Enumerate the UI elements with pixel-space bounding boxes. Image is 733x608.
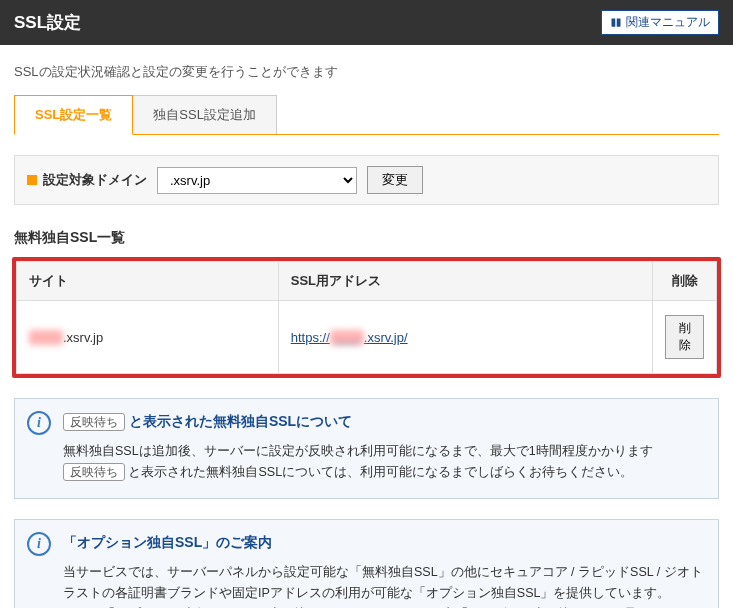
change-button[interactable]: 変更 (367, 166, 423, 194)
col-address: SSL用アドレス (278, 262, 652, 301)
col-delete: 削除 (653, 262, 717, 301)
cell-site: xxxx.xsrv.jp (17, 301, 279, 374)
square-icon (27, 175, 37, 185)
manual-button-label: 関連マニュアル (626, 14, 710, 31)
domain-label: 設定対象ドメイン (27, 171, 147, 189)
redacted-text: xxxx (29, 330, 63, 345)
pending-badge: 反映待ち (63, 413, 125, 431)
section-title: 無料独自SSL一覧 (14, 229, 719, 247)
cell-address: https://xxxx.xsrv.jp/ (278, 301, 652, 374)
col-site: サイト (17, 262, 279, 301)
ssl-table-highlight: サイト SSL用アドレス 削除 xxxx.xsrv.jp https://xxx… (12, 257, 721, 378)
info-body: 無料独自SSLは追加後、サーバーに設定が反映され利用可能になるまで、最大で1時間… (63, 441, 704, 484)
info-icon: i (27, 411, 51, 435)
domain-select[interactable]: .xsrv.jp (157, 167, 357, 194)
domain-selector-row: 設定対象ドメイン .xsrv.jp 変更 (14, 155, 719, 205)
page-description: SSLの設定状況確認と設定の変更を行うことができます (0, 45, 733, 95)
ssl-table: サイト SSL用アドレス 削除 xxxx.xsrv.jp https://xxx… (16, 261, 717, 374)
page-header: SSL設定 関連マニュアル (0, 0, 733, 45)
pending-badge: 反映待ち (63, 463, 125, 481)
info-box-option-ssl: i 「オプション独自SSL」のご案内 当サービスでは、サーバーパネルから設定可能… (14, 519, 719, 609)
info-box-pending: i 反映待ち と表示された無料独自SSLについて 無料独自SSLは追加後、サーバ… (14, 398, 719, 499)
tab-ssl-add[interactable]: 独自SSL設定追加 (132, 95, 277, 134)
delete-button[interactable]: 削除 (665, 315, 704, 359)
cell-delete: 削除 (653, 301, 717, 374)
redacted-text: xxxx (330, 330, 364, 345)
info-title: 反映待ち と表示された無料独自SSLについて (63, 413, 704, 431)
info-body: 当サービスでは、サーバーパネルから設定可能な「無料独自SSL」の他にセキュアコア… (63, 562, 704, 609)
tab-bar: SSL設定一覧 独自SSL設定追加 (14, 95, 719, 135)
ssl-url-link[interactable]: https://xxxx.xsrv.jp/ (291, 330, 408, 345)
page-title: SSL設定 (14, 11, 81, 34)
table-row: xxxx.xsrv.jp https://xxxx.xsrv.jp/ 削除 (17, 301, 717, 374)
tab-ssl-list[interactable]: SSL設定一覧 (14, 95, 133, 135)
manual-button[interactable]: 関連マニュアル (601, 10, 719, 35)
info-title: 「オプション独自SSL」のご案内 (63, 534, 704, 552)
info-icon: i (27, 532, 51, 556)
book-icon (610, 17, 622, 29)
